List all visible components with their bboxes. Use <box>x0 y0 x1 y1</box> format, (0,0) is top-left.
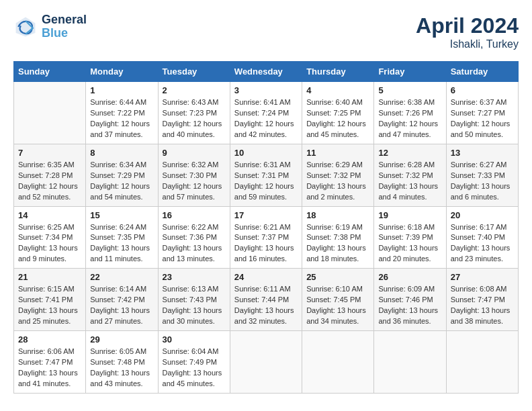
day-number: 18 <box>306 210 369 220</box>
weekday-header-tuesday: Tuesday <box>158 62 230 82</box>
day-info: Sunrise: 6:44 AM Sunset: 7:22 PM Dayligh… <box>90 97 153 140</box>
calendar-cell: 15Sunrise: 6:24 AM Sunset: 7:35 PM Dayli… <box>86 206 158 269</box>
day-info: Sunrise: 6:34 AM Sunset: 7:29 PM Dayligh… <box>90 160 153 203</box>
calendar-cell <box>230 331 302 394</box>
day-info: Sunrise: 6:19 AM Sunset: 7:38 PM Dayligh… <box>306 222 369 265</box>
calendar-cell: 14Sunrise: 6:25 AM Sunset: 7:34 PM Dayli… <box>14 206 86 269</box>
day-number: 29 <box>90 334 153 345</box>
calendar-cell: 30Sunrise: 6:04 AM Sunset: 7:49 PM Dayli… <box>158 331 230 394</box>
calendar-cell: 20Sunrise: 6:17 AM Sunset: 7:40 PM Dayli… <box>446 206 518 269</box>
calendar-cell: 9Sunrise: 6:32 AM Sunset: 7:30 PM Daylig… <box>158 144 230 206</box>
day-number: 26 <box>378 272 441 282</box>
calendar-week-row: 21Sunrise: 6:15 AM Sunset: 7:41 PM Dayli… <box>14 269 519 331</box>
calendar-cell: 4Sunrise: 6:40 AM Sunset: 7:25 PM Daylig… <box>302 82 374 144</box>
day-number: 17 <box>234 210 298 220</box>
day-number: 19 <box>378 210 441 220</box>
day-number: 15 <box>90 210 153 220</box>
weekday-header-monday: Monday <box>86 62 158 82</box>
calendar-week-row: 1Sunrise: 6:44 AM Sunset: 7:22 PM Daylig… <box>14 82 519 144</box>
day-info: Sunrise: 6:06 AM Sunset: 7:47 PM Dayligh… <box>18 347 81 390</box>
day-info: Sunrise: 6:14 AM Sunset: 7:42 PM Dayligh… <box>90 284 153 327</box>
day-number: 24 <box>234 272 298 282</box>
day-number: 14 <box>18 210 81 220</box>
day-info: Sunrise: 6:15 AM Sunset: 7:41 PM Dayligh… <box>18 284 81 327</box>
calendar-week-row: 7Sunrise: 6:35 AM Sunset: 7:28 PM Daylig… <box>14 144 519 206</box>
weekday-header-friday: Friday <box>374 62 446 82</box>
day-info: Sunrise: 6:18 AM Sunset: 7:39 PM Dayligh… <box>378 222 441 265</box>
day-info: Sunrise: 6:08 AM Sunset: 7:47 PM Dayligh… <box>451 284 514 327</box>
day-number: 3 <box>234 85 298 95</box>
calendar-cell: 28Sunrise: 6:06 AM Sunset: 7:47 PM Dayli… <box>14 331 86 394</box>
calendar-cell <box>302 331 374 394</box>
day-info: Sunrise: 6:27 AM Sunset: 7:33 PM Dayligh… <box>451 160 514 203</box>
calendar-cell: 1Sunrise: 6:44 AM Sunset: 7:22 PM Daylig… <box>86 82 158 144</box>
day-info: Sunrise: 6:43 AM Sunset: 7:23 PM Dayligh… <box>163 97 226 140</box>
day-number: 16 <box>163 210 226 220</box>
day-number: 6 <box>451 85 514 95</box>
calendar-cell: 8Sunrise: 6:34 AM Sunset: 7:29 PM Daylig… <box>86 144 158 206</box>
day-info: Sunrise: 6:17 AM Sunset: 7:40 PM Dayligh… <box>451 222 514 265</box>
day-info: Sunrise: 6:13 AM Sunset: 7:43 PM Dayligh… <box>163 284 226 327</box>
calendar-cell: 12Sunrise: 6:28 AM Sunset: 7:32 PM Dayli… <box>374 144 446 206</box>
calendar-cell: 27Sunrise: 6:08 AM Sunset: 7:47 PM Dayli… <box>446 269 518 331</box>
calendar-cell: 18Sunrise: 6:19 AM Sunset: 7:38 PM Dayli… <box>302 206 374 269</box>
calendar-cell: 21Sunrise: 6:15 AM Sunset: 7:41 PM Dayli… <box>14 269 86 331</box>
location-title: Ishakli, Turkey <box>416 38 519 50</box>
day-info: Sunrise: 6:04 AM Sunset: 7:49 PM Dayligh… <box>163 347 226 390</box>
calendar-cell: 22Sunrise: 6:14 AM Sunset: 7:42 PM Dayli… <box>86 269 158 331</box>
day-number: 7 <box>18 148 81 158</box>
day-number: 12 <box>378 148 441 158</box>
calendar-cell: 19Sunrise: 6:18 AM Sunset: 7:39 PM Dayli… <box>374 206 446 269</box>
day-number: 13 <box>451 148 514 158</box>
weekday-header-saturday: Saturday <box>446 62 518 82</box>
day-info: Sunrise: 6:31 AM Sunset: 7:31 PM Dayligh… <box>234 160 298 203</box>
calendar-cell: 3Sunrise: 6:41 AM Sunset: 7:24 PM Daylig… <box>230 82 302 144</box>
day-number: 10 <box>234 148 298 158</box>
day-info: Sunrise: 6:29 AM Sunset: 7:32 PM Dayligh… <box>306 160 369 203</box>
calendar-cell: 7Sunrise: 6:35 AM Sunset: 7:28 PM Daylig… <box>14 144 86 206</box>
day-info: Sunrise: 6:37 AM Sunset: 7:27 PM Dayligh… <box>451 97 514 140</box>
calendar-week-row: 28Sunrise: 6:06 AM Sunset: 7:47 PM Dayli… <box>14 331 519 394</box>
day-info: Sunrise: 6:10 AM Sunset: 7:45 PM Dayligh… <box>306 284 369 327</box>
day-info: Sunrise: 6:28 AM Sunset: 7:32 PM Dayligh… <box>378 160 441 203</box>
day-number: 5 <box>378 85 441 95</box>
logo: General Blue <box>13 13 87 40</box>
day-info: Sunrise: 6:11 AM Sunset: 7:44 PM Dayligh… <box>234 284 298 327</box>
title-block: April 2024 Ishakli, Turkey <box>416 13 519 50</box>
day-number: 9 <box>163 148 226 158</box>
calendar-cell: 10Sunrise: 6:31 AM Sunset: 7:31 PM Dayli… <box>230 144 302 206</box>
logo-text: General Blue <box>42 13 87 40</box>
day-info: Sunrise: 6:22 AM Sunset: 7:36 PM Dayligh… <box>163 222 226 265</box>
weekday-header-wednesday: Wednesday <box>230 62 302 82</box>
day-number: 8 <box>90 148 153 158</box>
calendar-cell: 6Sunrise: 6:37 AM Sunset: 7:27 PM Daylig… <box>446 82 518 144</box>
day-number: 1 <box>90 85 153 95</box>
day-info: Sunrise: 6:25 AM Sunset: 7:34 PM Dayligh… <box>18 222 81 265</box>
day-number: 22 <box>90 272 153 282</box>
day-number: 20 <box>451 210 514 220</box>
calendar-cell: 17Sunrise: 6:21 AM Sunset: 7:37 PM Dayli… <box>230 206 302 269</box>
day-info: Sunrise: 6:21 AM Sunset: 7:37 PM Dayligh… <box>234 222 298 265</box>
calendar-cell: 16Sunrise: 6:22 AM Sunset: 7:36 PM Dayli… <box>158 206 230 269</box>
day-number: 4 <box>306 85 369 95</box>
calendar-cell <box>14 82 86 144</box>
logo-icon <box>13 15 38 39</box>
day-info: Sunrise: 6:38 AM Sunset: 7:26 PM Dayligh… <box>378 97 441 140</box>
weekday-header-row: SundayMondayTuesdayWednesdayThursdayFrid… <box>14 62 519 82</box>
day-number: 27 <box>451 272 514 282</box>
day-number: 2 <box>163 85 226 95</box>
day-info: Sunrise: 6:24 AM Sunset: 7:35 PM Dayligh… <box>90 222 153 265</box>
calendar-cell: 23Sunrise: 6:13 AM Sunset: 7:43 PM Dayli… <box>158 269 230 331</box>
day-number: 11 <box>306 148 369 158</box>
calendar-cell: 5Sunrise: 6:38 AM Sunset: 7:26 PM Daylig… <box>374 82 446 144</box>
calendar-week-row: 14Sunrise: 6:25 AM Sunset: 7:34 PM Dayli… <box>14 206 519 269</box>
calendar-cell: 26Sunrise: 6:09 AM Sunset: 7:46 PM Dayli… <box>374 269 446 331</box>
calendar-cell <box>374 331 446 394</box>
day-number: 21 <box>18 272 81 282</box>
calendar-cell: 11Sunrise: 6:29 AM Sunset: 7:32 PM Dayli… <box>302 144 374 206</box>
month-title: April 2024 <box>416 13 519 38</box>
page-header: General Blue April 2024 Ishakli, Turkey <box>13 13 519 50</box>
calendar-cell: 29Sunrise: 6:05 AM Sunset: 7:48 PM Dayli… <box>86 331 158 394</box>
day-info: Sunrise: 6:40 AM Sunset: 7:25 PM Dayligh… <box>306 97 369 140</box>
day-info: Sunrise: 6:32 AM Sunset: 7:30 PM Dayligh… <box>163 160 226 203</box>
